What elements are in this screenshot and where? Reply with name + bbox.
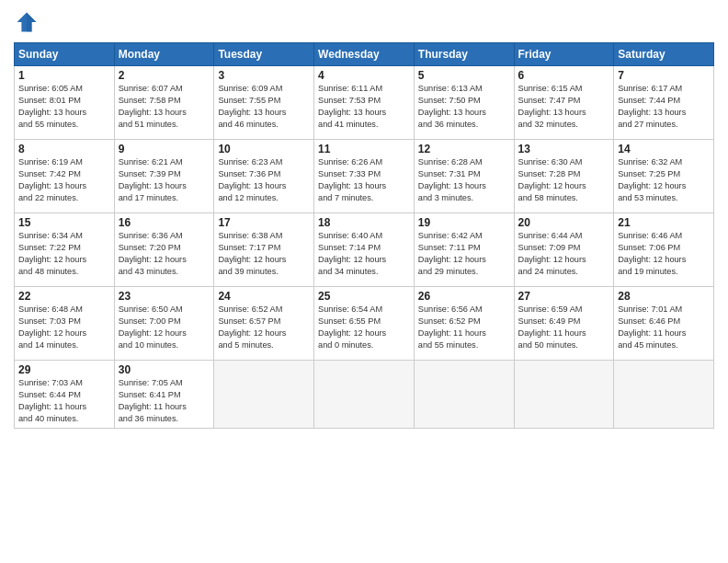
calendar-cell (214, 361, 314, 429)
day-number: 20 (518, 216, 610, 229)
day-number: 14 (618, 143, 710, 155)
day-number: 8 (18, 143, 110, 155)
day-info: Sunrise: 6:28 AM Sunset: 7:31 PM Dayligh… (418, 156, 510, 204)
day-number: 13 (518, 143, 610, 155)
day-info: Sunrise: 6:15 AM Sunset: 7:47 PM Dayligh… (518, 83, 610, 131)
day-info: Sunrise: 6:30 AM Sunset: 7:28 PM Dayligh… (518, 156, 610, 204)
calendar-cell: 22Sunrise: 6:48 AM Sunset: 7:03 PM Dayli… (15, 287, 115, 361)
day-info: Sunrise: 6:50 AM Sunset: 7:00 PM Dayligh… (119, 304, 210, 351)
day-info: Sunrise: 6:26 AM Sunset: 7:33 PM Dayligh… (318, 156, 410, 204)
day-number: 7 (618, 69, 710, 82)
day-info: Sunrise: 6:13 AM Sunset: 7:50 PM Dayligh… (418, 83, 510, 131)
day-number: 22 (18, 290, 110, 303)
day-info: Sunrise: 6:59 AM Sunset: 6:49 PM Dayligh… (518, 304, 610, 351)
day-info: Sunrise: 6:05 AM Sunset: 8:01 PM Dayligh… (18, 83, 110, 131)
calendar-cell: 7Sunrise: 6:17 AM Sunset: 7:44 PM Daylig… (614, 66, 714, 140)
day-number: 25 (318, 290, 410, 303)
day-number: 10 (218, 143, 310, 155)
day-info: Sunrise: 6:34 AM Sunset: 7:22 PM Dayligh… (18, 230, 110, 278)
day-number: 3 (218, 69, 310, 82)
calendar-cell: 5Sunrise: 6:13 AM Sunset: 7:50 PM Daylig… (414, 66, 514, 140)
calendar-cell (314, 361, 415, 429)
day-number: 17 (218, 216, 310, 229)
day-info: Sunrise: 6:21 AM Sunset: 7:39 PM Dayligh… (119, 156, 210, 204)
day-info: Sunrise: 6:23 AM Sunset: 7:36 PM Dayligh… (218, 156, 310, 204)
calendar-cell: 1Sunrise: 6:05 AM Sunset: 8:01 PM Daylig… (15, 66, 115, 140)
day-number: 26 (418, 290, 510, 303)
header-monday: Monday (114, 43, 214, 66)
page-header (14, 9, 714, 35)
header-sunday: Sunday (15, 43, 115, 66)
day-info: Sunrise: 6:32 AM Sunset: 7:25 PM Dayligh… (618, 156, 710, 204)
day-number: 2 (119, 69, 210, 82)
day-number: 29 (18, 363, 110, 376)
calendar-cell: 3Sunrise: 6:09 AM Sunset: 7:55 PM Daylig… (214, 66, 314, 140)
calendar-cell: 26Sunrise: 6:56 AM Sunset: 6:52 PM Dayli… (414, 287, 514, 361)
day-number: 15 (18, 216, 110, 229)
calendar-cell: 29Sunrise: 7:03 AM Sunset: 6:44 PM Dayli… (15, 361, 115, 429)
day-number: 27 (518, 290, 610, 303)
weekday-header-row: Sunday Monday Tuesday Wednesday Thursday… (15, 43, 714, 66)
header-thursday: Thursday (414, 43, 514, 66)
day-info: Sunrise: 6:44 AM Sunset: 7:09 PM Dayligh… (518, 230, 610, 278)
calendar-cell (414, 361, 514, 429)
day-number: 30 (119, 363, 210, 376)
day-info: Sunrise: 6:52 AM Sunset: 6:57 PM Dayligh… (218, 304, 310, 351)
day-info: Sunrise: 6:42 AM Sunset: 7:11 PM Dayligh… (418, 230, 510, 278)
calendar-cell: 17Sunrise: 6:38 AM Sunset: 7:17 PM Dayli… (214, 213, 314, 287)
calendar-cell: 23Sunrise: 6:50 AM Sunset: 7:00 PM Dayli… (114, 287, 214, 361)
day-number: 23 (119, 290, 210, 303)
day-number: 24 (218, 290, 310, 303)
calendar-cell (514, 361, 614, 429)
calendar-cell: 27Sunrise: 6:59 AM Sunset: 6:49 PM Dayli… (514, 287, 614, 361)
calendar-cell: 28Sunrise: 7:01 AM Sunset: 6:46 PM Dayli… (614, 287, 714, 361)
calendar-cell: 19Sunrise: 6:42 AM Sunset: 7:11 PM Dayli… (414, 213, 514, 287)
day-number: 5 (418, 69, 510, 82)
calendar-cell: 11Sunrise: 6:26 AM Sunset: 7:33 PM Dayli… (314, 140, 415, 213)
calendar-cell (614, 361, 714, 429)
svg-marker-1 (27, 13, 37, 32)
calendar-cell: 12Sunrise: 6:28 AM Sunset: 7:31 PM Dayli… (414, 140, 514, 213)
calendar-cell: 15Sunrise: 6:34 AM Sunset: 7:22 PM Dayli… (15, 213, 115, 287)
calendar-cell: 4Sunrise: 6:11 AM Sunset: 7:53 PM Daylig… (314, 66, 415, 140)
calendar-cell: 25Sunrise: 6:54 AM Sunset: 6:55 PM Dayli… (314, 287, 415, 361)
day-number: 21 (618, 216, 710, 229)
calendar-cell: 24Sunrise: 6:52 AM Sunset: 6:57 PM Dayli… (214, 287, 314, 361)
day-info: Sunrise: 7:05 AM Sunset: 6:41 PM Dayligh… (119, 377, 210, 425)
day-number: 6 (518, 69, 610, 82)
day-info: Sunrise: 7:01 AM Sunset: 6:46 PM Dayligh… (618, 304, 710, 351)
day-number: 4 (318, 69, 410, 82)
calendar-cell: 13Sunrise: 6:30 AM Sunset: 7:28 PM Dayli… (514, 140, 614, 213)
header-wednesday: Wednesday (314, 43, 415, 66)
day-number: 16 (119, 216, 210, 229)
day-number: 18 (318, 216, 410, 229)
day-info: Sunrise: 6:56 AM Sunset: 6:52 PM Dayligh… (418, 304, 510, 351)
day-info: Sunrise: 6:38 AM Sunset: 7:17 PM Dayligh… (218, 230, 310, 278)
header-friday: Friday (514, 43, 614, 66)
calendar-cell: 21Sunrise: 6:46 AM Sunset: 7:06 PM Dayli… (614, 213, 714, 287)
calendar-cell: 14Sunrise: 6:32 AM Sunset: 7:25 PM Dayli… (614, 140, 714, 213)
day-info: Sunrise: 6:48 AM Sunset: 7:03 PM Dayligh… (18, 304, 110, 351)
day-number: 11 (318, 143, 410, 155)
day-number: 28 (618, 290, 710, 303)
day-info: Sunrise: 6:46 AM Sunset: 7:06 PM Dayligh… (618, 230, 710, 278)
day-number: 9 (119, 143, 210, 155)
day-number: 1 (18, 69, 110, 82)
day-number: 12 (418, 143, 510, 155)
calendar-cell: 8Sunrise: 6:19 AM Sunset: 7:42 PM Daylig… (15, 140, 115, 213)
day-info: Sunrise: 6:19 AM Sunset: 7:42 PM Dayligh… (18, 156, 110, 204)
day-number: 19 (418, 216, 510, 229)
logo (14, 9, 43, 35)
day-info: Sunrise: 6:07 AM Sunset: 7:58 PM Dayligh… (119, 83, 210, 131)
calendar-cell: 10Sunrise: 6:23 AM Sunset: 7:36 PM Dayli… (214, 140, 314, 213)
calendar-cell: 30Sunrise: 7:05 AM Sunset: 6:41 PM Dayli… (114, 361, 214, 429)
calendar-cell: 20Sunrise: 6:44 AM Sunset: 7:09 PM Dayli… (514, 213, 614, 287)
day-info: Sunrise: 6:09 AM Sunset: 7:55 PM Dayligh… (218, 83, 310, 131)
day-info: Sunrise: 6:54 AM Sunset: 6:55 PM Dayligh… (318, 304, 410, 351)
calendar-cell: 2Sunrise: 6:07 AM Sunset: 7:58 PM Daylig… (114, 66, 214, 140)
day-info: Sunrise: 7:03 AM Sunset: 6:44 PM Dayligh… (18, 377, 110, 425)
day-info: Sunrise: 6:36 AM Sunset: 7:20 PM Dayligh… (119, 230, 210, 278)
calendar-cell: 6Sunrise: 6:15 AM Sunset: 7:47 PM Daylig… (514, 66, 614, 140)
day-info: Sunrise: 6:40 AM Sunset: 7:14 PM Dayligh… (318, 230, 410, 278)
day-info: Sunrise: 6:11 AM Sunset: 7:53 PM Dayligh… (318, 83, 410, 131)
